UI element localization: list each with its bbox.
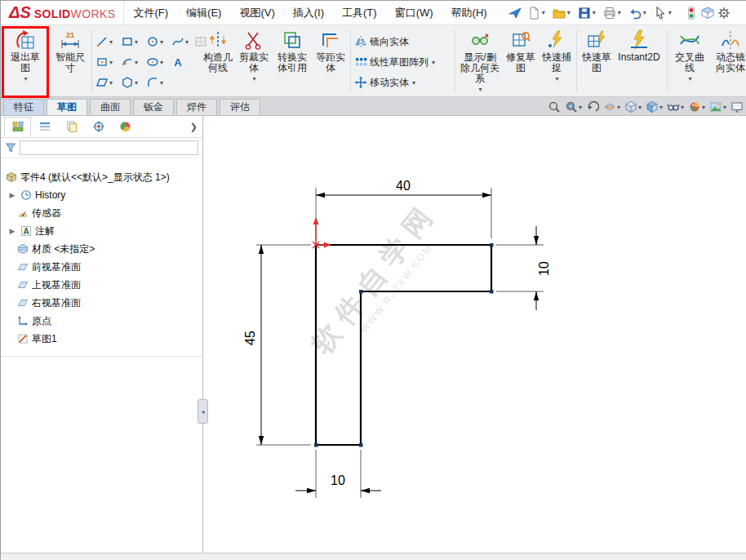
sketch-fillet-dropdown[interactable]: ▾ <box>160 79 163 87</box>
circle-tool[interactable]: ▾ <box>145 32 164 51</box>
edit-appearance-button[interactable]: ▾ <box>687 100 706 114</box>
edit-appearance-dropdown[interactable]: ▾ <box>702 104 705 111</box>
menu-edit[interactable]: 编辑(E) <box>177 1 230 25</box>
intersection-curve-button[interactable]: 交叉曲线 ▾ <box>672 28 708 95</box>
open-dropdown[interactable]: ▾ <box>567 9 571 16</box>
mirror-entities-button[interactable]: 镜向实体 <box>354 32 409 51</box>
spline-tool[interactable]: ▾ <box>171 32 189 51</box>
circle-dropdown[interactable]: ▾ <box>160 38 163 46</box>
exit-sketch-button[interactable]: 退出草图 ▾ <box>4 28 47 95</box>
display-style-button[interactable]: ▾ <box>645 100 664 114</box>
trim-entities-dropdown[interactable]: ▾ <box>252 73 255 84</box>
linear-pattern-dropdown[interactable]: ▾ <box>432 59 435 66</box>
display-pane-icon[interactable] <box>700 6 715 20</box>
section-view-button[interactable]: ▾ <box>602 100 621 114</box>
tree-item-annotations[interactable]: ▶ A 注解 <box>1 222 202 240</box>
dimension-right[interactable]: 10 <box>496 226 551 310</box>
parallelogram-tool[interactable]: ▾ <box>95 73 113 92</box>
convert-entities-button[interactable]: 转换实体引用 <box>273 28 311 95</box>
tab-features[interactable]: 特征 <box>3 99 44 115</box>
centerpoint-arc-dropdown[interactable]: ▾ <box>135 59 138 66</box>
tree-item-top-plane[interactable]: 上视基准面 <box>1 276 202 294</box>
corner-rectangle-dropdown[interactable]: ▾ <box>135 38 138 46</box>
repair-sketch-button[interactable]: 修复草图 <box>504 28 537 95</box>
construction-geometry-button[interactable]: 构造几何线 <box>202 28 234 95</box>
linear-pattern-button[interactable]: 线性草图阵列 ▾ <box>354 52 435 72</box>
tree-item-front-plane[interactable]: 前视基准面 <box>1 258 202 276</box>
tree-item-origin[interactable]: 原点 <box>1 312 202 330</box>
move-entities-dropdown[interactable]: ▾ <box>412 79 415 87</box>
move-entities-button[interactable]: 移动实体 ▾ <box>354 73 415 92</box>
apply-scene-button[interactable]: ▾ <box>708 100 727 114</box>
polygon-dropdown[interactable]: ▾ <box>135 79 138 87</box>
rapid-sketch-button[interactable]: 快速草图 <box>580 28 613 95</box>
tree-item-material[interactable]: 材质 <未指定> <box>1 240 202 258</box>
tab-evaluate[interactable]: 评估 <box>220 99 260 115</box>
apply-scene-dropdown[interactable]: ▾ <box>723 104 726 111</box>
instant2d-button[interactable]: Instant2D <box>616 28 662 95</box>
dimxpertmanager-tab[interactable] <box>85 117 112 137</box>
line-dropdown[interactable]: ▾ <box>109 38 113 46</box>
smart-dimension-button[interactable]: 21 智能尺寸 <box>51 28 90 95</box>
tab-sheet-metal[interactable]: 钣金 <box>133 99 174 115</box>
tree-item-history[interactable]: ▶ History <box>1 186 202 204</box>
text-tool[interactable]: A <box>171 52 185 72</box>
new-document-button[interactable]: ▾ <box>524 4 548 22</box>
tab-sketch[interactable]: 草图 <box>47 99 87 115</box>
tab-weldments[interactable]: 焊件 <box>176 99 217 115</box>
featuremanager-tab[interactable] <box>4 117 31 137</box>
open-button[interactable]: ▾ <box>549 4 573 22</box>
sketch-fillet-tool[interactable]: ▾ <box>145 73 164 92</box>
menu-view[interactable]: 视图(V) <box>230 1 283 25</box>
ellipse-tool[interactable]: ▾ <box>145 52 164 72</box>
dimension-left[interactable]: 45 <box>243 245 311 445</box>
quick-snaps-button[interactable]: 快速捕捉 ▾ <box>540 28 573 95</box>
line-tool[interactable]: ▾ <box>95 32 113 51</box>
tree-filter-input[interactable] <box>20 140 198 155</box>
section-view-dropdown[interactable]: ▾ <box>617 104 620 111</box>
exit-sketch-dropdown[interactable]: ▾ <box>24 73 27 84</box>
select-button[interactable]: ▾ <box>651 4 674 22</box>
panel-splitter-grip[interactable]: ◂ <box>198 399 208 424</box>
displaymanager-tab[interactable] <box>112 117 139 137</box>
zoom-dropdown[interactable]: ▾ <box>579 104 582 111</box>
select-dropdown[interactable]: ▾ <box>668 9 672 16</box>
tree-root-part[interactable]: 零件4 (默认<<默认>_显示状态 1>) <box>1 168 202 186</box>
print-dropdown[interactable]: ▾ <box>618 9 621 16</box>
save-dropdown[interactable]: ▾ <box>593 9 596 16</box>
tree-item-sketch1[interactable]: 草图1 <box>1 330 202 348</box>
corner-rectangle-tool[interactable]: ▾ <box>120 32 139 51</box>
parallelogram-dropdown[interactable]: ▾ <box>109 79 113 87</box>
display-relations-button[interactable]: 显示/删除几何关系 ▾ <box>460 28 500 95</box>
display-relations-dropdown[interactable]: ▾ <box>478 84 482 95</box>
view-orientation-button[interactable]: ▾ <box>624 100 642 114</box>
shortcut-plane-icon[interactable] <box>508 6 522 20</box>
quick-snaps-dropdown[interactable]: ▾ <box>555 73 558 84</box>
menu-help[interactable]: 帮助(H) <box>442 1 496 25</box>
trim-entities-button[interactable]: 剪裁实体 ▾ <box>238 28 270 95</box>
tree-item-sensors[interactable]: 传感器 <box>1 204 202 222</box>
dynamic-mirror-button[interactable]: 动态镜向实体 <box>713 28 746 95</box>
offset-entities-button[interactable]: 等距实体 <box>314 28 347 95</box>
print-button[interactable]: ▾ <box>600 4 624 22</box>
tab-surfaces[interactable]: 曲面 <box>90 99 131 115</box>
menu-tools[interactable]: 工具(T) <box>333 1 386 25</box>
ellipse-dropdown[interactable]: ▾ <box>160 59 163 66</box>
centerpoint-arc-tool[interactable]: ▾ <box>120 52 139 72</box>
hide-show-items-button[interactable]: ▾ <box>666 100 685 114</box>
undo-dropdown[interactable]: ▾ <box>643 9 646 16</box>
hide-show-dropdown[interactable]: ▾ <box>681 104 684 111</box>
propertymanager-tab[interactable] <box>31 117 58 137</box>
options-gear-icon[interactable] <box>717 6 731 20</box>
intersection-curve-dropdown[interactable]: ▾ <box>688 73 691 84</box>
tree-item-right-plane[interactable]: 右视基准面 <box>1 294 202 312</box>
sketch-canvas[interactable]: 软件自学网 WWW.RJZXW.COM 40 10 <box>204 116 746 553</box>
sketch-origin-icon[interactable] <box>313 217 331 248</box>
polygon-tool[interactable]: ▾ <box>120 73 139 92</box>
previous-view-button[interactable] <box>585 100 600 114</box>
view-orientation-dropdown[interactable]: ▾ <box>638 104 642 111</box>
zoom-to-area-button[interactable]: ▾ <box>564 100 583 114</box>
display-style-dropdown[interactable]: ▾ <box>659 104 663 111</box>
configurationmanager-tab[interactable] <box>58 117 85 137</box>
graphics-area[interactable]: 软件自学网 WWW.RJZXW.COM 40 10 <box>204 116 746 553</box>
